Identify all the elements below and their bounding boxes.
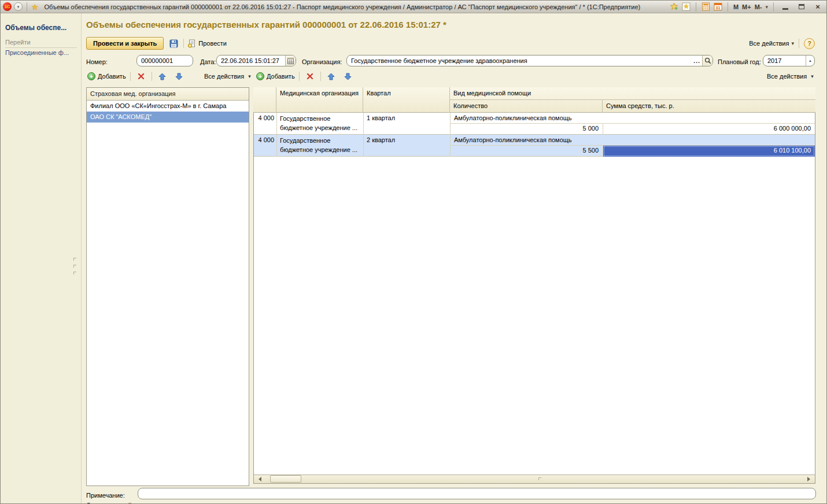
sidebar-section-title: Объемы обеспе...: [5, 24, 78, 32]
cell-med-org[interactable]: Государственное бюджетное учреждение ...: [277, 113, 364, 135]
document-toolbar: Провести и закрыть Провести: [86, 36, 227, 50]
number-field[interactable]: 000000001: [136, 55, 193, 66]
minimize-button[interactable]: [779, 1, 792, 13]
splitter-grip[interactable]: [73, 258, 76, 261]
plan-year-spinner[interactable]: ▲ ▼: [806, 55, 814, 66]
column-header-sum[interactable]: Сумма средств, тыс. р.: [603, 100, 815, 113]
delete-x-icon: [307, 73, 313, 80]
sidebar-goto-label: Перейти: [5, 39, 77, 48]
save-icon: [169, 39, 178, 48]
column-header-blank[interactable]: [253, 87, 276, 113]
arrow-down-icon: [344, 73, 352, 80]
insurers-move-up-button[interactable]: [156, 70, 169, 83]
volumes-delete-button[interactable]: [304, 70, 316, 83]
volumes-add-button[interactable]: + Добавить: [256, 72, 295, 80]
minimize-icon: [782, 8, 788, 10]
volumes-table-header: Медицинская организация Квартал Вид меди…: [253, 87, 815, 113]
insurers-delete-button[interactable]: [135, 70, 147, 83]
scroll-left-icon: [259, 477, 261, 481]
calculator-icon[interactable]: [702, 2, 710, 11]
insurers-add-button[interactable]: + Добавить: [87, 72, 126, 80]
post-button[interactable]: Провести: [187, 39, 227, 48]
main-menu-button[interactable]: ▾: [14, 2, 23, 11]
window-title: Объемы обеспечения государственных гаран…: [41, 3, 667, 10]
scroll-right-icon: [807, 477, 810, 481]
date-field[interactable]: 22.06.2016 15:01:27: [216, 55, 296, 66]
memory-recall-button[interactable]: M: [733, 3, 739, 10]
plan-year-label: Плановый год:: [718, 56, 761, 68]
splitter-grip[interactable]: [73, 265, 76, 268]
volumes-move-up-button[interactable]: [325, 70, 338, 83]
restore-button[interactable]: [795, 1, 808, 13]
table-row-active[interactable]: 4 000 Государственное бюджетное учрежден…: [254, 135, 815, 157]
arrow-up-icon: [327, 73, 335, 80]
restore-icon: [799, 4, 804, 9]
chevron-down-icon: ▾: [791, 40, 794, 46]
cell-num[interactable]: 4 000: [254, 113, 277, 135]
scroll-left-button[interactable]: [255, 475, 265, 483]
cell-quantity[interactable]: 5 000: [451, 124, 603, 135]
all-actions-button-top[interactable]: Все действия ▾: [749, 40, 794, 47]
organization-field[interactable]: Государственное бюджетное учреждение здр…: [346, 55, 713, 66]
delete-x-icon: [138, 73, 145, 80]
memory-plus-button[interactable]: M+: [742, 3, 751, 10]
date-picker-button[interactable]: [285, 55, 296, 66]
cell-quantity[interactable]: 5 500: [451, 146, 603, 157]
spin-up-icon[interactable]: ▲: [806, 55, 814, 66]
cell-quarter[interactable]: 1 квартал: [364, 113, 451, 135]
cell-med-org[interactable]: Государственное бюджетное учреждение ...: [277, 135, 364, 157]
titlebar-tools: 31 M M+ M- ▾ ×: [670, 1, 825, 13]
chevron-down-icon: ▾: [248, 73, 251, 79]
table-row[interactable]: Филиал ООО «СК«Ингосстрах-М» в г. Самара: [87, 101, 249, 112]
post-and-close-button[interactable]: Провести и закрыть: [86, 37, 164, 50]
scroll-right-button[interactable]: [804, 475, 814, 483]
favorites-star-icon[interactable]: ★: [31, 3, 39, 11]
volumes-all-actions[interactable]: Все действия ▾: [767, 70, 814, 83]
cell-sum-selected[interactable]: 6 010 100,00: [603, 146, 815, 157]
cell-aid-type[interactable]: Амбулаторно-поликлиническая помощь: [451, 113, 815, 124]
chevron-down-icon: ▾: [811, 73, 814, 79]
insurers-table: Страховая мед. организация Филиал ООО «С…: [86, 87, 249, 486]
scrollbar-thumb[interactable]: [270, 475, 301, 483]
calendar-icon[interactable]: 31: [714, 2, 722, 11]
sidebar-item-attached-files[interactable]: Присоединенные ф...: [5, 49, 78, 56]
titlebar: 1С ▾ ★ Объемы обеспечения государственны…: [1, 1, 827, 13]
column-header-quarter[interactable]: Квартал: [363, 87, 450, 113]
add-icon: +: [256, 72, 264, 80]
horizontal-scrollbar[interactable]: [254, 475, 815, 483]
titlebar-more-caret-icon[interactable]: ▾: [765, 4, 768, 10]
splitter-grip[interactable]: [73, 272, 76, 275]
column-header-aid-type[interactable]: Вид медицинской помощи: [450, 87, 815, 100]
cell-sum[interactable]: 6 000 000,00: [603, 124, 815, 135]
arrow-up-icon: [158, 73, 166, 80]
splitter-grip[interactable]: [538, 477, 541, 480]
table-row[interactable]: 4 000 Государственное бюджетное учрежден…: [254, 113, 815, 135]
add-favorite-icon[interactable]: [670, 2, 678, 11]
memory-minus-button[interactable]: M-: [755, 3, 762, 10]
add-icon: +: [87, 72, 95, 80]
responsible-label: Ответственный:: [86, 501, 134, 504]
insurers-column-header[interactable]: Страховая мед. организация: [87, 88, 249, 101]
column-header-med-org[interactable]: Медицинская организация: [276, 87, 363, 113]
column-header-quantity[interactable]: Количество: [450, 100, 603, 113]
insurers-all-actions[interactable]: Все действия ▾: [204, 70, 251, 83]
post-icon: [187, 39, 196, 48]
close-icon: ×: [815, 3, 820, 10]
date-label: Дата:: [200, 56, 216, 68]
plan-year-field[interactable]: 2017 ▲ ▼: [763, 55, 815, 66]
note-input[interactable]: [138, 488, 816, 499]
organization-more-button[interactable]: ...: [692, 55, 702, 66]
favorites-list-icon[interactable]: [682, 2, 691, 11]
cell-num[interactable]: 4 000: [254, 135, 277, 157]
save-button[interactable]: [167, 37, 180, 50]
cell-quarter[interactable]: 2 квартал: [364, 135, 451, 157]
close-button[interactable]: ×: [811, 1, 824, 13]
organization-lookup-button[interactable]: [702, 55, 712, 66]
help-button[interactable]: ?: [804, 38, 815, 49]
insurers-move-down-button[interactable]: [173, 70, 186, 83]
volumes-move-down-button[interactable]: [342, 70, 355, 83]
onec-logo-icon: 1С: [3, 2, 12, 11]
table-row-selected[interactable]: ОАО СК "АСКОМЕД": [87, 112, 249, 123]
cell-aid-type[interactable]: Амбулаторно-поликлиническая помощь: [451, 135, 815, 146]
calendar-grid-icon: [287, 58, 294, 64]
